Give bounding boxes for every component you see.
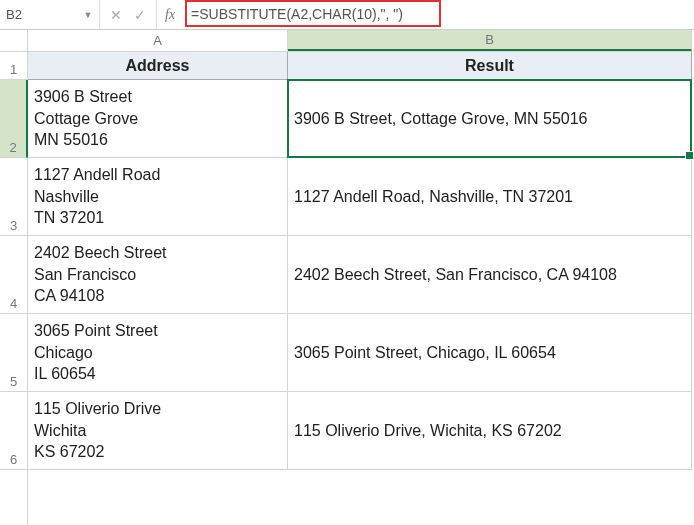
col-header-b[interactable]: B	[288, 30, 692, 51]
cell-b2[interactable]: 3906 B Street, Cottage Grove, MN 55016	[288, 80, 692, 158]
row-header-1[interactable]: 1	[0, 52, 27, 80]
table-row: 3906 B Street Cottage Grove MN 55016 390…	[28, 80, 694, 158]
fx-icon[interactable]: fx	[157, 7, 183, 23]
header-cell-address[interactable]: Address	[28, 52, 288, 80]
formula-bar: B2 ▼ ✕ ✓ fx =SUBSTITUTE(A2,CHAR(10),", "…	[0, 0, 694, 30]
name-box-dropdown-icon[interactable]: ▼	[81, 10, 95, 20]
row-header-3[interactable]: 3	[0, 158, 27, 236]
cell-a6[interactable]: 115 Oliverio Drive Wichita KS 67202	[28, 392, 288, 470]
cell-b5[interactable]: 3065 Point Street, Chicago, IL 60654	[288, 314, 692, 392]
select-all-corner[interactable]	[0, 30, 28, 52]
table-row: 115 Oliverio Drive Wichita KS 67202 115 …	[28, 392, 694, 470]
table-row: 1127 Andell Road Nashville TN 37201 1127…	[28, 158, 694, 236]
cell-b3[interactable]: 1127 Andell Road, Nashville, TN 37201	[288, 158, 692, 236]
table-header-row: Address Result	[28, 52, 694, 80]
formula-text: =SUBSTITUTE(A2,CHAR(10),", ")	[191, 6, 403, 22]
cell-a5[interactable]: 3065 Point Street Chicago IL 60654	[28, 314, 288, 392]
cell-a3[interactable]: 1127 Andell Road Nashville TN 37201	[28, 158, 288, 236]
row-header-6[interactable]: 6	[0, 392, 27, 470]
name-box[interactable]: B2 ▼	[0, 0, 100, 29]
cell-b4[interactable]: 2402 Beech Street, San Francisco, CA 941…	[288, 236, 692, 314]
cells-area[interactable]: Address Result 3906 B Street Cottage Gro…	[28, 52, 694, 525]
column-headers: A B	[28, 30, 692, 52]
formula-input[interactable]: =SUBSTITUTE(A2,CHAR(10),", ")	[183, 0, 694, 29]
row-header-2[interactable]: 2	[0, 80, 28, 158]
row-headers: 1 2 3 4 5 6	[0, 52, 28, 525]
cell-a2[interactable]: 3906 B Street Cottage Grove MN 55016	[28, 80, 288, 158]
cell-a4[interactable]: 2402 Beech Street San Francisco CA 94108	[28, 236, 288, 314]
row-header-4[interactable]: 4	[0, 236, 27, 314]
row-header-5[interactable]: 5	[0, 314, 27, 392]
name-box-value: B2	[6, 7, 81, 22]
cell-b6[interactable]: 115 Oliverio Drive, Wichita, KS 67202	[288, 392, 692, 470]
accept-icon[interactable]: ✓	[134, 7, 146, 23]
formula-highlight: =SUBSTITUTE(A2,CHAR(10),", ")	[185, 0, 441, 27]
table-row: 2402 Beech Street San Francisco CA 94108…	[28, 236, 694, 314]
header-cell-result[interactable]: Result	[288, 52, 692, 80]
formula-bar-buttons: ✕ ✓	[100, 0, 157, 29]
col-header-a[interactable]: A	[28, 30, 288, 51]
table-row: 3065 Point Street Chicago IL 60654 3065 …	[28, 314, 694, 392]
cancel-icon[interactable]: ✕	[110, 7, 122, 23]
